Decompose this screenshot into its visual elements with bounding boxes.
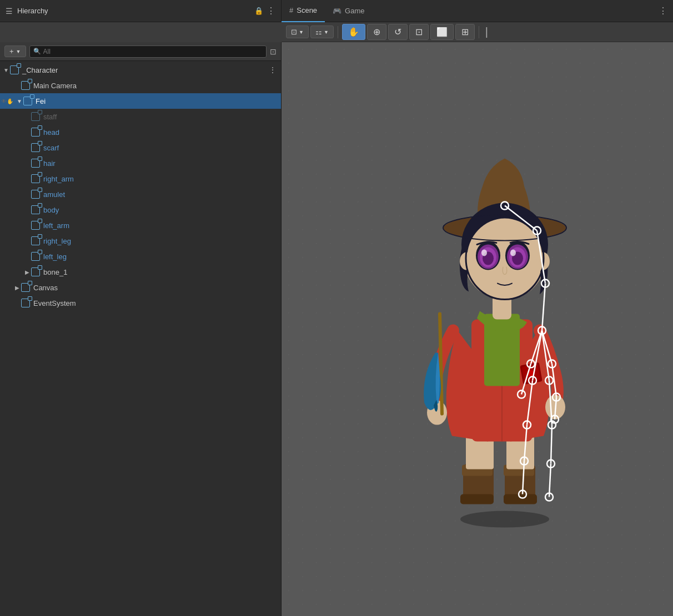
character-svg xyxy=(402,142,613,531)
svg-line-38 xyxy=(440,314,442,414)
tree-item-canvas[interactable]: ▶ Canvas xyxy=(0,280,281,295)
svg-line-72 xyxy=(549,464,551,497)
hierarchy-panel-header: ☰ Hierarchy 🔒 ⋮ xyxy=(0,0,282,22)
event-system-label: EventSystem xyxy=(33,299,76,307)
character-viewport xyxy=(402,142,613,532)
toolbar-view-btn[interactable]: ⊡ ▼ xyxy=(286,26,309,38)
tree-item-head[interactable]: head xyxy=(0,124,281,140)
svg-rect-3 xyxy=(460,494,494,504)
move-tool-btn[interactable]: ⊕ xyxy=(367,24,386,40)
scene-toolbar: ⊡ ▼ ⚏ ▼ ✋ ⊕ ↺ ⊡ ⬜ ⊞ | xyxy=(282,22,673,42)
svg-rect-6 xyxy=(504,494,537,504)
grid-chevron-icon: ▼ xyxy=(324,29,329,35)
scene-panel[interactable] xyxy=(282,42,673,616)
tree-item-bone1[interactable]: ▶ bone_1 xyxy=(0,264,281,280)
tree-item-body[interactable]: body xyxy=(0,202,281,218)
tree-item-left-leg[interactable]: left_leg xyxy=(0,249,281,264)
hierarchy-view-btn[interactable]: ⊡ xyxy=(270,47,277,56)
game-tab[interactable]: 🎮 Game xyxy=(325,0,372,22)
canvas-label: Canvas xyxy=(33,284,58,292)
rect-tool-btn[interactable]: ⬜ xyxy=(430,24,454,40)
scene-options-btn[interactable]: ⋮ xyxy=(659,6,667,16)
head-label: head xyxy=(43,128,59,137)
svg-point-30 xyxy=(481,250,487,256)
hierarchy-tree: ▼ _Character ⋮ Main Camera xyxy=(0,61,281,616)
chevron-down-icon: ▼ xyxy=(299,29,304,35)
main-camera-label: Main Camera xyxy=(33,82,77,90)
right-leg-label: right_leg xyxy=(43,237,71,245)
hierarchy-title: Hierarchy xyxy=(17,7,48,15)
hierarchy-search-input[interactable] xyxy=(43,48,263,55)
left-leg-label: left_leg xyxy=(43,253,67,261)
svg-line-70 xyxy=(551,425,552,464)
hierarchy-search-bar: + ▼ 🔍 ⊡ xyxy=(0,42,281,61)
scene-tab-icon: # xyxy=(289,6,293,14)
tree-item-character-root[interactable]: ▼ _Character ⋮ xyxy=(0,62,281,78)
toolbar-more-btn[interactable]: | xyxy=(483,26,490,38)
scale-tool-btn[interactable]: ⊡ xyxy=(409,24,429,40)
game-tab-label: Game xyxy=(345,7,364,15)
hierarchy-options-btn[interactable]: ⋮ xyxy=(267,6,275,16)
hierarchy-panel: + ▼ 🔍 ⊡ ▼ _Character xyxy=(0,42,282,616)
tree-item-amulet[interactable]: amulet xyxy=(0,186,281,202)
toolbar-grid-btn[interactable]: ⚏ ▼ xyxy=(310,26,334,38)
add-chevron-icon: ▼ xyxy=(16,49,21,54)
bone1-label: bone_1 xyxy=(43,268,67,276)
hierarchy-lock-btn[interactable]: 🔒 xyxy=(254,7,263,15)
tree-item-main-camera[interactable]: Main Camera xyxy=(0,78,281,93)
hierarchy-menu-icon: ☰ xyxy=(6,7,13,16)
tree-item-fei[interactable]: 👁 ✋ ▼ Fei xyxy=(0,93,281,109)
character-root-options[interactable]: ⋮ xyxy=(264,65,281,74)
hand-tool-btn[interactable]: ✋ xyxy=(342,24,365,40)
view-icon: ⊡ xyxy=(291,28,297,36)
scene-game-header: # Scene 🎮 Game ⋮ xyxy=(282,0,673,22)
right-arm-label: right_arm xyxy=(43,175,74,183)
toolbar-separator-2 xyxy=(479,26,479,38)
tree-item-scarf[interactable]: scarf xyxy=(0,140,281,155)
tree-item-left-arm[interactable]: left_arm xyxy=(0,218,281,233)
plus-icon: + xyxy=(9,47,14,55)
tree-item-right-arm[interactable]: right_arm xyxy=(0,171,281,186)
search-icon: 🔍 xyxy=(33,48,41,55)
scene-tab-label: Scene xyxy=(297,6,317,14)
tree-item-hair[interactable]: hair xyxy=(0,155,281,171)
character-root-label: _Character xyxy=(22,66,58,74)
svg-point-0 xyxy=(460,511,549,528)
svg-point-35 xyxy=(510,250,516,256)
hierarchy-add-btn[interactable]: + ▼ xyxy=(4,46,26,57)
staff-label: staff xyxy=(43,113,57,121)
fei-label: Fei xyxy=(36,97,46,105)
scarf-label: scarf xyxy=(43,144,59,152)
rotate-tool-btn[interactable]: ↺ xyxy=(388,24,408,40)
tree-item-event-system[interactable]: EventSystem xyxy=(0,295,281,311)
amulet-label: amulet xyxy=(43,190,65,199)
fei-visibility-icons: 👁 ✋ xyxy=(0,98,13,104)
tree-item-staff[interactable]: staff xyxy=(0,109,281,124)
game-tab-icon: 🎮 xyxy=(333,7,341,15)
toolbar-separator-1 xyxy=(338,26,338,38)
tree-item-right-leg[interactable]: right_leg xyxy=(0,233,281,249)
transform-tool-btn[interactable]: ⊞ xyxy=(455,24,475,40)
left-arm-label: left_arm xyxy=(43,221,69,230)
body-label: body xyxy=(43,206,59,214)
grid-icon: ⚏ xyxy=(315,28,322,36)
scene-tab[interactable]: # Scene xyxy=(282,0,325,22)
hair-label: hair xyxy=(43,159,56,168)
